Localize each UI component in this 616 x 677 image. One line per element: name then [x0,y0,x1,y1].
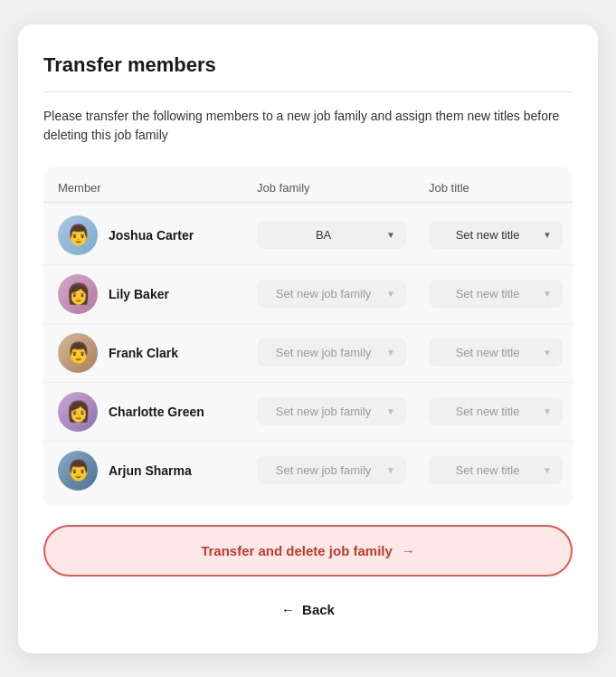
chevron-down-icon: ▼ [386,348,395,358]
job-title-dropdown-lily[interactable]: Set new title ▼ [429,280,563,308]
job-title-select-lily[interactable]: Set new title ▼ [429,280,563,308]
member-name-lily: Lily Baker [109,287,169,301]
job-title-dropdown-frank[interactable]: Set new title ▼ [429,338,563,367]
job-family-dropdown-lily[interactable]: Set new job family ▼ [257,280,429,308]
transfer-members-modal: Transfer members Please transfer the fol… [18,24,598,653]
job-family-value-arjun: Set new job family [268,463,379,477]
job-family-select-lily[interactable]: Set new job family ▼ [257,280,406,308]
job-title-value-charlotte: Set new title [440,405,535,418]
avatar-arjun: 👨 [58,451,98,491]
arrow-left-icon: ← [281,602,295,617]
chevron-down-icon: ▼ [543,230,552,240]
job-title-value-arjun: Set new title [440,463,535,477]
job-title-select-charlotte[interactable]: Set new title ▼ [429,397,563,425]
job-family-value-frank: Set new job family [268,346,379,359]
member-name-joshua: Joshua Carter [109,228,194,243]
job-family-dropdown-charlotte[interactable]: Set new job family ▼ [257,397,429,425]
member-name-arjun: Arjun Sharma [109,463,192,478]
chevron-down-icon: ▼ [386,465,395,475]
chevron-down-icon: ▼ [543,465,552,475]
member-name-frank: Frank Clark [109,346,178,360]
chevron-down-icon: ▼ [543,406,552,416]
job-family-dropdown-joshua[interactable]: BA ▼ [257,221,429,249]
avatar-charlotte: 👩 [58,392,98,432]
job-title-select-frank[interactable]: Set new title ▼ [429,338,563,367]
job-family-select-joshua[interactable]: BA ▼ [257,221,406,249]
table-row: 👨 Arjun Sharma Set new job family ▼ Set … [43,442,573,500]
modal-description: Please transfer the following members to… [43,107,573,145]
job-family-value-charlotte: Set new job family [268,405,379,418]
chevron-down-icon: ▼ [386,230,395,240]
back-button[interactable]: ← Back [43,591,573,628]
chevron-down-icon: ▼ [543,348,552,358]
job-family-value-lily: Set new job family [268,287,379,300]
job-title-select-joshua[interactable]: Set new title ▼ [429,221,563,249]
member-name-charlotte: Charlotte Green [109,405,204,419]
job-family-select-charlotte[interactable]: Set new job family ▼ [257,397,406,425]
back-button-label: Back [302,602,335,617]
member-cell-charlotte: 👩 Charlotte Green [58,392,257,432]
avatar-lily: 👩 [58,274,98,314]
table-header: Member Job family Job title [43,174,573,203]
header-member: Member [58,181,257,195]
modal-title: Transfer members [43,53,573,77]
chevron-down-icon: ▼ [543,289,552,299]
member-cell-frank: 👨 Frank Clark [58,333,257,373]
job-title-value-lily: Set new title [440,287,535,300]
job-title-select-arjun[interactable]: Set new title ▼ [429,456,563,484]
table-row: 👩 Charlotte Green Set new job family ▼ S… [43,383,573,442]
table-row: 👨 Frank Clark Set new job family ▼ Set n… [43,324,573,383]
job-family-select-frank[interactable]: Set new job family ▼ [257,338,406,367]
job-title-value-frank: Set new title [440,346,535,359]
header-job-title: Job title [429,181,558,195]
transfer-button-label: Transfer and delete job family [201,543,393,558]
divider [43,91,573,92]
job-family-select-arjun[interactable]: Set new job family ▼ [257,456,406,484]
member-cell-lily: 👩 Lily Baker [58,274,257,314]
job-title-value-joshua: Set new title [440,228,535,242]
members-table: Member Job family Job title 👨 Joshua Car… [43,167,573,507]
avatar-frank: 👨 [58,333,98,373]
table-row: 👩 Lily Baker Set new job family ▼ Set ne… [43,265,573,324]
job-title-dropdown-charlotte[interactable]: Set new title ▼ [429,397,563,425]
header-job-family: Job family [257,181,429,195]
chevron-down-icon: ▼ [386,289,395,299]
transfer-delete-button[interactable]: Transfer and delete job family → [43,525,573,577]
member-cell-joshua: 👨 Joshua Carter [58,215,257,255]
chevron-down-icon: ▼ [386,406,395,416]
table-row: 👨 Joshua Carter BA ▼ Set new title ▼ [43,206,573,265]
avatar-joshua: 👨 [58,215,98,255]
job-family-value-joshua: BA [268,228,379,242]
job-family-dropdown-arjun[interactable]: Set new job family ▼ [257,456,429,484]
job-title-dropdown-joshua[interactable]: Set new title ▼ [429,221,563,249]
arrow-right-icon: → [402,543,415,558]
member-cell-arjun: 👨 Arjun Sharma [58,451,257,491]
job-family-dropdown-frank[interactable]: Set new job family ▼ [257,338,429,367]
job-title-dropdown-arjun[interactable]: Set new title ▼ [429,456,563,484]
